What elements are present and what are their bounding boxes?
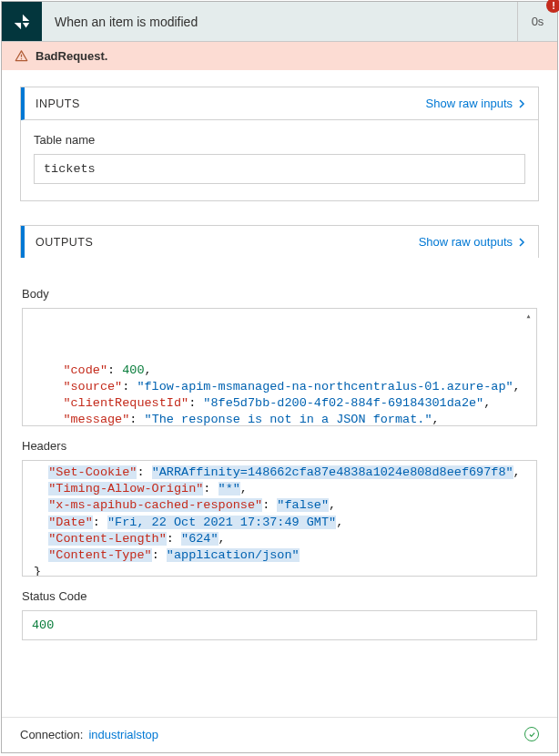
show-raw-inputs-button[interactable]: Show raw inputs xyxy=(426,97,527,110)
svg-point-1 xyxy=(21,58,22,59)
outputs-title: OUTPUTS xyxy=(36,236,419,249)
chevron-right-icon xyxy=(516,236,527,249)
connection-link[interactable]: industrialstop xyxy=(88,728,158,741)
scroll-up-icon[interactable]: ▴ xyxy=(522,311,535,323)
error-badge-icon: ! xyxy=(546,0,559,13)
inputs-section: INPUTS Show raw inputs Table name xyxy=(20,87,539,201)
inputs-title: INPUTS xyxy=(36,97,426,110)
title-bar: When an item is modified 0s xyxy=(2,2,557,42)
warning-icon xyxy=(15,49,28,63)
run-details-panel: ! When an item is modified 0s BadRequest… xyxy=(1,1,558,753)
show-raw-inputs-label: Show raw inputs xyxy=(426,97,513,110)
connector-icon xyxy=(2,2,42,41)
body-label: Body xyxy=(22,287,537,301)
status-code-value: 400 xyxy=(22,610,537,640)
footer: Connection: industrialstop xyxy=(2,717,557,752)
headers-label: Headers xyxy=(22,439,537,453)
panel-body: INPUTS Show raw inputs Table name OUTPUT… xyxy=(2,70,557,717)
body-code-box[interactable]: ▴ "code": 400, "source": "flow-apim-msma… xyxy=(22,308,537,426)
connection-label: Connection: xyxy=(20,728,83,741)
show-raw-outputs-label: Show raw outputs xyxy=(419,235,513,249)
outputs-section: OUTPUTS Show raw outputs xyxy=(20,225,539,258)
show-raw-outputs-button[interactable]: Show raw outputs xyxy=(419,235,527,249)
error-text: BadRequest. xyxy=(36,49,107,63)
table-name-value[interactable] xyxy=(34,154,525,184)
step-title: When an item is modified xyxy=(42,2,517,41)
outputs-header: OUTPUTS Show raw outputs xyxy=(21,226,538,258)
status-code-label: Status Code xyxy=(22,589,537,603)
chevron-right-icon xyxy=(516,97,527,110)
table-name-label: Table name xyxy=(34,133,525,147)
headers-code-box[interactable]: "Set-Cookie": "ARRAffinity=148662cfa87e4… xyxy=(22,460,537,577)
error-banner: BadRequest. xyxy=(2,42,557,70)
success-check-icon xyxy=(524,727,539,741)
inputs-header: INPUTS Show raw inputs xyxy=(21,87,538,120)
